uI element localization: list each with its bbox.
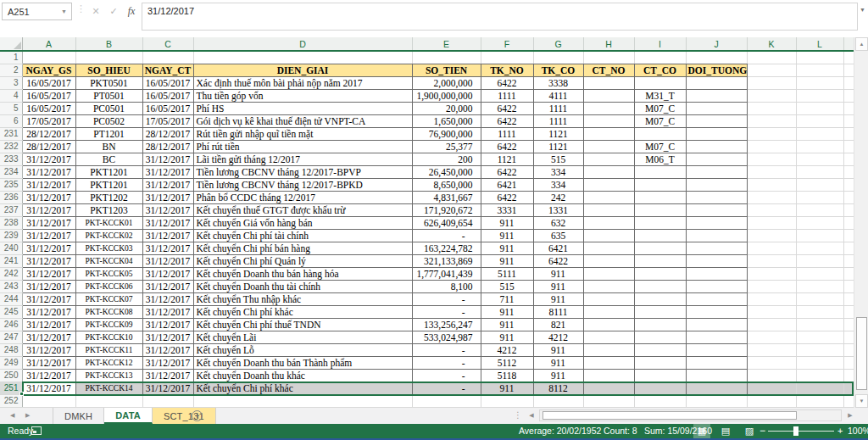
cell[interactable]: Kết chuyển Chi phí khác [193,382,412,395]
cell[interactable]: 321,133,869 [412,255,481,268]
cell[interactable]: PKT-KCCK13 [75,370,142,382]
cell[interactable] [193,51,412,64]
cell[interactable] [686,306,747,319]
cell[interactable]: PT0501 [75,90,142,103]
cell[interactable]: 635 [533,230,583,242]
cell[interactable] [583,395,634,408]
cell[interactable]: 31/12/2017 [22,192,75,204]
cell[interactable] [686,51,747,64]
cell[interactable] [634,268,686,281]
cell[interactable]: 31/12/2017 [142,344,193,357]
column-header-J[interactable]: J [686,37,747,51]
cell[interactable] [747,306,796,319]
scroll-up-icon[interactable]: ▲ [855,37,868,51]
cell[interactable] [686,179,747,192]
cell[interactable]: 1111 [533,103,583,115]
cell[interactable] [747,255,796,268]
cell[interactable] [583,204,634,217]
cell[interactable] [796,77,843,90]
cell[interactable] [634,293,686,306]
cell[interactable] [747,331,796,344]
cell[interactable]: 911 [481,319,533,331]
cell[interactable] [686,357,747,370]
cell[interactable] [583,382,634,395]
cell[interactable] [796,153,843,166]
cell[interactable]: M07_C [634,141,686,153]
cell[interactable] [686,293,747,306]
cell[interactable]: Kết chuyển Chi phí tài chính [193,230,412,242]
column-header-E[interactable]: E [412,37,481,51]
cell[interactable] [583,331,634,344]
cell[interactable] [634,166,686,179]
cell[interactable]: 1,777,041,439 [412,268,481,281]
cell[interactable] [634,51,686,64]
cell[interactable] [583,268,634,281]
cell[interactable]: PKT0501 [75,77,142,90]
cell[interactable] [583,166,634,179]
cell[interactable]: 911 [481,230,533,242]
cell[interactable] [747,77,796,90]
cell[interactable] [747,344,796,357]
cell[interactable] [747,357,796,370]
row-header-236[interactable]: 236 [0,192,22,204]
vertical-scrollbar[interactable]: ▲ ▼ [854,37,868,408]
cell[interactable]: 16/05/2017 [142,103,193,115]
cell[interactable] [22,395,75,408]
cell[interactable]: 31/12/2017 [22,370,75,382]
row-header-5[interactable]: 5 [0,103,22,115]
cell[interactable]: 515 [481,281,533,293]
cell[interactable]: 31/12/2017 [142,319,193,331]
cell[interactable]: PKT-KCCK10 [75,331,142,344]
cell[interactable]: 533,024,987 [412,331,481,344]
cell[interactable] [843,90,854,103]
cell[interactable]: 31/12/2017 [22,179,75,192]
cell[interactable] [583,90,634,103]
row-header-242[interactable]: 242 [0,268,22,281]
cell[interactable]: 31/12/2017 [22,331,75,344]
cell[interactable]: 6421 [533,242,583,255]
cell[interactable]: 163,224,782 [412,242,481,255]
cell[interactable] [843,217,854,230]
cell[interactable]: Kết chuyển Chi phí thuế TNDN [193,319,412,331]
normal-view-icon[interactable]: ▦ [693,424,710,438]
row-header-234[interactable]: 234 [0,166,22,179]
cell[interactable]: M06_T [634,153,686,166]
hscroll-right-icon[interactable]: ▶ [844,409,856,421]
cell[interactable] [843,77,854,90]
cell[interactable] [686,153,747,166]
cell[interactable] [796,319,843,331]
cell[interactable]: TK_CO [533,64,583,77]
cell[interactable]: SO_HIEU [75,64,142,77]
row-header-237[interactable]: 237 [0,204,22,217]
cell[interactable]: 4212 [533,331,583,344]
cell[interactable] [796,268,843,281]
cell[interactable]: 31/12/2017 [22,344,75,357]
cell[interactable]: 31/12/2017 [142,204,193,217]
cell[interactable]: 8111 [533,306,583,319]
cell[interactable] [75,395,142,408]
cell[interactable] [583,179,634,192]
name-box-dropdown-icon[interactable]: ▼ [57,8,71,14]
cell[interactable] [796,166,843,179]
cell[interactable]: 31/12/2017 [142,230,193,242]
cell[interactable] [634,395,686,408]
cell[interactable] [747,141,796,153]
cell[interactable]: 1111 [533,115,583,128]
formula-input[interactable]: 31/12/2017 [142,3,858,31]
cell[interactable] [796,395,843,408]
column-header-H[interactable]: H [583,37,634,51]
page-layout-view-icon[interactable]: ▤ [717,424,734,438]
cell[interactable]: Tiền lương CBCNV tháng 12/2017-BPVP [193,166,412,179]
cell[interactable] [686,382,747,395]
cell[interactable]: 20,000 [412,103,481,115]
cell[interactable] [747,192,796,204]
cell[interactable] [747,281,796,293]
cell[interactable] [583,370,634,382]
cell[interactable]: Tiền lương CBCNV tháng 12/2017-BPKD [193,179,412,192]
cell[interactable] [583,230,634,242]
cell[interactable]: 4212 [481,344,533,357]
cell[interactable]: 31/12/2017 [22,281,75,293]
cell[interactable]: 6421 [481,179,533,192]
cell[interactable] [796,306,843,319]
enter-button[interactable]: ✓ [106,3,121,19]
